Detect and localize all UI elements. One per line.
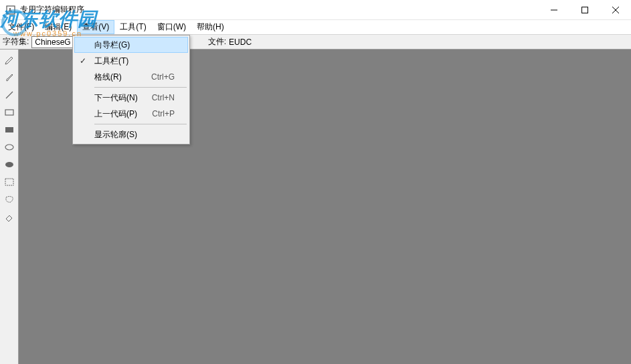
menu-item-grid[interactable]: 格线(R) Ctrl+G	[74, 69, 188, 85]
menu-item-shortcut: Ctrl+N	[152, 93, 175, 102]
menu-item-guidebar[interactable]: 向导栏(G)	[74, 37, 188, 53]
charset-value: ChineseG	[31, 36, 74, 48]
file-value: EUDC	[229, 37, 252, 47]
menu-window[interactable]: 窗口(W)	[152, 20, 191, 34]
menu-item-label: 显示轮廓(S)	[94, 129, 137, 141]
menu-edit[interactable]: 编辑(E)	[39, 20, 77, 34]
toolbox	[0, 50, 19, 364]
select-rect-tool-icon[interactable]	[3, 175, 16, 189]
menu-item-next-code[interactable]: 下一代码(N) Ctrl+N	[74, 90, 188, 106]
menubar: 文件(F) 编辑(E) 查看(V) 工具(T) 窗口(W) 帮助(H)	[0, 20, 631, 35]
eraser-tool-icon[interactable]	[3, 210, 16, 223]
select-free-tool-icon[interactable]	[3, 193, 16, 206]
svg-point-9	[5, 162, 13, 167]
menu-view[interactable]: 查看(V)	[77, 20, 114, 34]
menu-item-show-outline[interactable]: 显示轮廓(S)	[74, 126, 188, 143]
close-button[interactable]	[600, 0, 631, 20]
rect-outline-tool-icon[interactable]	[3, 106, 16, 119]
svg-rect-6	[5, 110, 13, 115]
menu-item-label: 下一代码(N)	[94, 92, 138, 104]
rect-fill-tool-icon[interactable]	[3, 123, 16, 136]
window-title: 专用字符编辑程序	[20, 4, 84, 15]
view-dropdown-menu: 向导栏(G) ✓ 工具栏(T) 格线(R) Ctrl+G 下一代码(N) Ctr…	[72, 35, 190, 145]
menu-separator	[94, 124, 187, 124]
svg-rect-7	[5, 127, 13, 132]
menu-item-shortcut: Ctrl+P	[152, 109, 175, 118]
pencil-tool-icon[interactable]	[3, 54, 16, 67]
maximize-button[interactable]	[569, 0, 600, 20]
menu-item-label: 工具栏(T)	[94, 56, 128, 67]
check-icon: ✓	[80, 56, 86, 66]
menu-item-prev-code[interactable]: 上一代码(P) Ctrl+P	[74, 106, 188, 122]
menu-help[interactable]: 帮助(H)	[191, 20, 230, 34]
charset-label: 字符集:	[3, 36, 29, 48]
menu-item-label: 向导栏(G)	[94, 39, 130, 51]
file-label: 文件:	[208, 36, 226, 48]
titlebar: 专用字符编辑程序	[0, 0, 631, 20]
ellipse-fill-tool-icon[interactable]	[3, 158, 16, 171]
ellipse-outline-tool-icon[interactable]	[3, 141, 16, 154]
svg-line-5	[6, 92, 13, 98]
svg-rect-2	[582, 7, 588, 13]
menu-item-label: 上一代码(P)	[94, 108, 137, 120]
line-tool-icon[interactable]	[3, 88, 16, 102]
svg-rect-10	[5, 179, 13, 185]
minimize-button[interactable]	[539, 0, 569, 20]
menu-tools[interactable]: 工具(T)	[114, 20, 151, 34]
window-controls	[539, 0, 631, 20]
brush-tool-icon[interactable]	[3, 71, 16, 84]
svg-point-8	[5, 145, 13, 150]
menu-file[interactable]: 文件(F)	[3, 20, 39, 34]
app-icon	[5, 5, 16, 15]
menu-item-toolbar[interactable]: ✓ 工具栏(T)	[74, 53, 188, 69]
menu-item-shortcut: Ctrl+G	[151, 72, 175, 82]
menu-separator	[94, 87, 187, 88]
menu-item-label: 格线(R)	[94, 72, 122, 83]
